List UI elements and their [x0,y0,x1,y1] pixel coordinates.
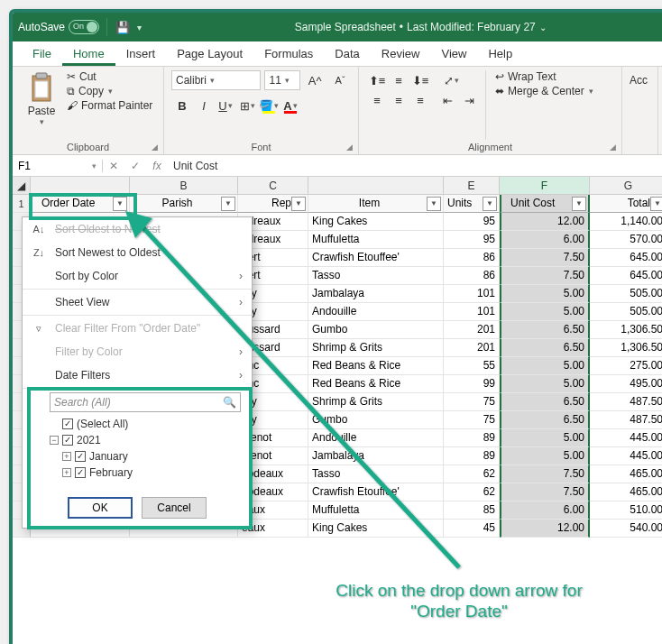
decrease-font-button[interactable]: Aˇ [329,70,351,90]
launcher-icon[interactable]: ◢ [610,143,616,152]
align-top-button[interactable]: ⬆≡ [366,70,388,90]
border-button[interactable]: ⊞▾ [236,96,258,115]
sort-by-color[interactable]: Sort by Color› [23,264,252,288]
tab-formulas[interactable]: Formulas [253,43,324,66]
launcher-icon[interactable]: ◢ [346,143,353,152]
document-title: Sample Spreadsheet • Last Modified: Febr… [295,21,547,33]
autosave-toggle[interactable]: On [69,20,99,34]
scissors-icon: ✂ [67,70,76,83]
tab-file[interactable]: File [22,43,62,66]
cut-button[interactable]: ✂Cut [67,70,152,83]
col-header-c[interactable]: C [238,177,308,195]
bold-button[interactable]: B [171,96,193,115]
tree-select-all[interactable]: ✓(Select All) [50,416,241,432]
merge-icon: ⬌ [495,85,504,97]
italic-button[interactable]: I [193,96,215,115]
ribbon: Paste ▾ ✂Cut ⧉Copy▾ 🖌Format Painter Clip… [13,67,662,155]
row-header-1[interactable]: 1 [13,195,31,213]
orientation-button[interactable]: ⤢▾ [437,70,465,90]
app-window: AutoSave On 💾 ▾ Sample Spreadsheet • Las… [9,9,662,644]
filter-dropdown: A↓Sort Oldest to Newest Z↓Sort Newest to… [22,216,253,529]
sheet-view[interactable]: Sheet View› [23,290,252,314]
tab-data[interactable]: Data [324,43,370,66]
ok-button[interactable]: OK [68,497,133,519]
wrap-icon: ↩ [495,70,504,83]
decrease-indent-button[interactable]: ⇤ [437,90,458,110]
save-icon[interactable]: 💾 [115,19,131,35]
funnel-icon: ▿ [32,323,46,335]
sort-oldest-newest[interactable]: A↓Sort Oldest to Newest [23,217,252,241]
launcher-icon[interactable]: ◢ [152,143,158,152]
chevron-down-icon[interactable]: ▾ [40,117,44,126]
filter-tree: ✓(Select All) −✓2021 +✓January +✓Februar… [50,416,241,481]
font-size-combo[interactable]: 11▾ [264,70,300,90]
cancel-button[interactable]: Cancel [142,497,207,519]
align-right-button[interactable]: ≡ [409,90,431,110]
filter-search-input[interactable]: Search (All)🔍 [50,392,241,412]
underline-button[interactable]: U▾ [215,96,236,115]
formula-bar: F1▾ ✕ ✓ fx Unit Cost [13,155,662,177]
filter-total[interactable]: Total▼ [590,195,662,213]
sort-desc-icon: Z↓ [32,247,46,258]
font-name-combo[interactable]: Calibri▾ [171,70,261,90]
tab-home[interactable]: Home [62,43,115,66]
tree-year-2021[interactable]: −✓2021 [50,432,241,448]
col-header-e[interactable]: E [444,177,500,195]
filter-order-date[interactable]: Order Date▼ [31,195,130,213]
filter-arrow-icon[interactable]: ▼ [113,197,127,211]
menubar: File Home Insert Page Layout Formulas Da… [13,41,662,67]
sort-newest-oldest[interactable]: Z↓Sort Newest to Oldest [23,241,252,264]
filter-rep[interactable]: Rep▼ [238,195,308,213]
fill-color-button[interactable]: 🪣▾ [258,96,280,115]
font-color-button[interactable]: A▾ [280,96,301,115]
autosave-label: AutoSave [18,21,65,33]
chevron-down-icon[interactable]: ⌄ [539,23,547,32]
more-icon[interactable]: ▾ [131,19,147,35]
paste-button[interactable]: Paste [28,105,56,117]
filter-units[interactable]: Units▼ [444,195,500,213]
tree-january[interactable]: +✓January [50,448,241,465]
filter-by-color: Filter by Color› [23,340,252,363]
select-all-corner[interactable]: ◢ [13,177,31,195]
cancel-edit-icon[interactable]: ✕ [103,160,124,172]
clear-filter: ▿Clear Filter From "Order Date" [23,317,252,340]
annotation-text: Click on the drop down arrow for "Order … [283,581,635,622]
accounting-format-button[interactable]: Acc [630,70,650,87]
filter-parish[interactable]: Parish▼ [130,195,238,213]
tab-help[interactable]: Help [477,43,523,66]
align-left-button[interactable]: ≡ [366,90,388,110]
col-header-d[interactable] [308,177,444,195]
copy-button[interactable]: ⧉Copy▾ [67,85,152,97]
search-icon: 🔍 [223,396,236,409]
align-bottom-button[interactable]: ⬇≡ [409,70,431,90]
format-painter-button[interactable]: 🖌Format Painter [67,99,152,112]
name-box[interactable]: F1▾ [13,160,103,172]
align-center-button[interactable]: ≡ [388,90,409,110]
titlebar: AutoSave On 💾 ▾ Sample Spreadsheet • Las… [13,13,662,41]
formula-input[interactable]: Unit Cost [168,160,662,172]
svg-rect-2 [35,81,48,97]
brush-icon: 🖌 [67,99,78,112]
col-header-b[interactable]: B [130,177,238,195]
increase-font-button[interactable]: A^ [304,70,326,90]
date-filters[interactable]: Date Filters› [23,363,252,387]
col-header-f[interactable]: F [500,177,590,195]
tab-review[interactable]: Review [371,43,431,66]
clipboard-icon [27,72,56,103]
filter-item[interactable]: Item▼ [308,195,444,213]
tab-view[interactable]: View [430,43,477,66]
tab-page-layout[interactable]: Page Layout [166,43,253,66]
col-header-g[interactable]: G [590,177,662,195]
wrap-text-button[interactable]: ↩Wrap Text [495,70,593,83]
tree-february[interactable]: +✓February [50,465,241,481]
align-middle-button[interactable]: ≡ [388,70,409,90]
tab-insert[interactable]: Insert [115,43,167,66]
confirm-edit-icon[interactable]: ✓ [124,160,146,172]
fx-icon[interactable]: fx [146,160,168,172]
col-header-a[interactable] [31,177,130,195]
increase-indent-button[interactable]: ⇥ [458,90,480,110]
filter-unit-cost[interactable]: Unit Cost▼ [500,195,590,213]
merge-center-button[interactable]: ⬌Merge & Center▾ [495,85,593,97]
sort-asc-icon: A↓ [32,224,46,235]
copy-icon: ⧉ [67,85,75,97]
